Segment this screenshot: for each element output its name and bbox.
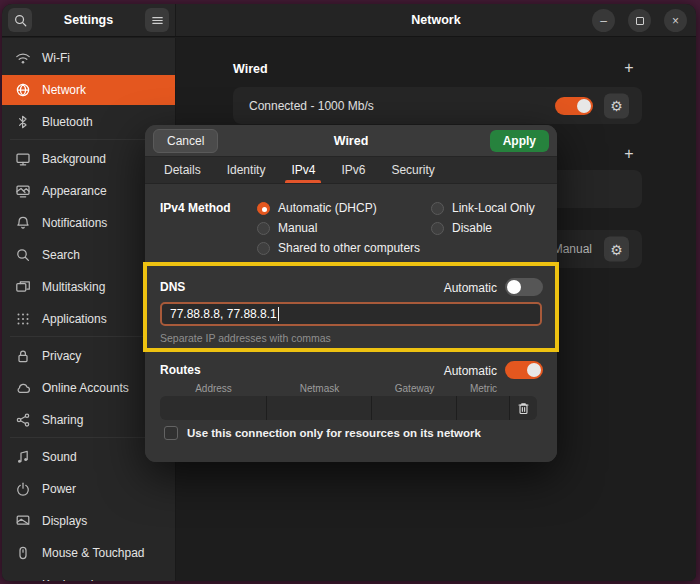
keyboard-icon [15, 577, 31, 581]
dialog-header: Cancel Wired Apply [145, 125, 557, 157]
maximize-button[interactable] [628, 9, 651, 32]
route-netmask-input[interactable] [267, 396, 372, 420]
appearance-icon [15, 183, 31, 199]
minimize-icon: – [600, 15, 607, 27]
routes-row [160, 396, 537, 420]
close-icon: × [672, 15, 679, 27]
hamburger-icon [150, 13, 165, 28]
sidebar-divider [10, 139, 167, 140]
tab-security[interactable]: Security [378, 157, 447, 183]
applications-grid-icon [15, 311, 31, 327]
sidebar-item-displays[interactable]: Displays [2, 506, 175, 536]
close-button[interactable]: × [664, 9, 687, 32]
desktop-background: Settings Network – × Wi-Fi [0, 0, 700, 584]
privacy-lock-icon [15, 348, 31, 364]
window-controls: – × [592, 9, 687, 32]
sidebar-divider [10, 336, 167, 337]
gear-icon: ⚙ [610, 99, 623, 113]
wifi-icon [15, 50, 31, 66]
sidebar-item-wifi[interactable]: Wi-Fi [2, 43, 175, 73]
dns-input[interactable]: 77.88.8.8, 77.88.8.1 [160, 302, 542, 326]
toggle-knob [507, 280, 521, 294]
delete-route-button[interactable] [510, 396, 537, 420]
radio-shared[interactable]: Shared to other computers [257, 241, 420, 255]
display-monitor-icon [15, 513, 31, 529]
dns-label: DNS [160, 280, 185, 294]
radio-icon [257, 202, 270, 215]
wired-dialog: Cancel Wired Apply Details Identity IPv4… [145, 125, 557, 462]
route-metric-input[interactable] [457, 396, 510, 420]
radio-icon [431, 202, 444, 215]
radio-icon [257, 222, 270, 235]
dns-automatic-toggle[interactable] [505, 278, 543, 296]
dns-helper-text: Separate IP addresses with commas [160, 332, 331, 344]
dialog-tabs: Details Identity IPv4 IPv6 Security [145, 157, 557, 184]
wired-connection-card: Connected - 1000 Mb/s ⚙ [233, 87, 642, 124]
power-icon [15, 481, 31, 497]
mouse-icon [15, 545, 31, 561]
tab-ipv4[interactable]: IPv4 [278, 157, 328, 183]
radio-link-local[interactable]: Link-Local Only [431, 201, 535, 215]
routes-column-headers: Address Netmask Gateway Metric [160, 383, 510, 394]
add-vpn-button[interactable]: + [620, 145, 638, 163]
wired-toggle[interactable] [555, 97, 593, 115]
sidebar-item-keyboard[interactable]: Keyboard [2, 570, 175, 581]
trash-icon [516, 401, 531, 416]
minimize-button[interactable]: – [592, 9, 615, 32]
bluetooth-icon [15, 114, 31, 130]
search-icon [13, 13, 28, 28]
tab-details[interactable]: Details [151, 157, 214, 183]
tab-ipv6[interactable]: IPv6 [328, 157, 378, 183]
dns-input-value: 77.88.8.8, 77.88.8.1 [170, 307, 277, 321]
gear-icon: ⚙ [610, 242, 623, 256]
maximize-icon [636, 17, 644, 25]
toggle-knob [577, 99, 591, 113]
apply-button[interactable]: Apply [490, 130, 549, 152]
background-icon [15, 151, 31, 167]
titlebar: Settings Network – × [2, 4, 696, 37]
column-header-address: Address [160, 383, 267, 394]
column-header-gateway: Gateway [372, 383, 457, 394]
wired-settings-gear-button[interactable]: ⚙ [604, 93, 629, 118]
notifications-bell-icon [15, 215, 31, 231]
sidebar-item-network[interactable]: Network [2, 75, 175, 105]
radio-automatic-dhcp[interactable]: Automatic (DHCP) [257, 201, 377, 215]
routes-automatic-toggle[interactable] [505, 361, 543, 379]
wired-section-title: Wired [233, 62, 268, 76]
proxy-value-label: Manual [553, 242, 592, 256]
sidebar-divider [10, 437, 167, 438]
proxy-settings-gear-button[interactable]: ⚙ [604, 237, 629, 262]
resources-only-checkbox-row[interactable]: Use this connection only for resources o… [164, 426, 481, 440]
column-header-metric: Metric [457, 383, 510, 394]
multitasking-windows-icon [15, 279, 31, 295]
checkbox-label: Use this connection only for resources o… [187, 427, 481, 439]
search-button[interactable] [8, 8, 32, 32]
search-icon [15, 247, 31, 263]
radio-manual[interactable]: Manual [257, 221, 317, 235]
ipv4-tab-content: IPv4 Method Automatic (DHCP) Manual Shar… [145, 184, 557, 462]
ipv4-method-label: IPv4 Method [160, 201, 231, 215]
cancel-button[interactable]: Cancel [153, 129, 218, 153]
radio-icon [257, 242, 270, 255]
radio-disable[interactable]: Disable [431, 221, 492, 235]
add-wired-connection-button[interactable]: + [620, 59, 638, 77]
share-nodes-icon [15, 412, 31, 428]
network-globe-icon [15, 82, 31, 98]
route-address-input[interactable] [160, 396, 267, 420]
routes-label: Routes [160, 363, 201, 377]
sidebar-item-power[interactable]: Power [2, 474, 175, 504]
music-note-icon [15, 449, 31, 465]
toggle-knob [527, 363, 541, 377]
cloud-icon [15, 380, 31, 396]
column-header-netmask: Netmask [267, 383, 372, 394]
sidebar-item-mouse-touchpad[interactable]: Mouse & Touchpad [2, 538, 175, 568]
main-headerbar: Network – × [176, 4, 696, 36]
tab-identity[interactable]: Identity [214, 157, 279, 183]
checkbox-icon [164, 426, 178, 440]
route-gateway-input[interactable] [372, 396, 457, 420]
routes-automatic-label: Automatic [444, 364, 497, 378]
connection-status-label: Connected - 1000 Mb/s [249, 99, 374, 113]
radio-icon [431, 222, 444, 235]
menu-button[interactable] [145, 8, 169, 32]
sidebar-headerbar: Settings [2, 4, 176, 36]
